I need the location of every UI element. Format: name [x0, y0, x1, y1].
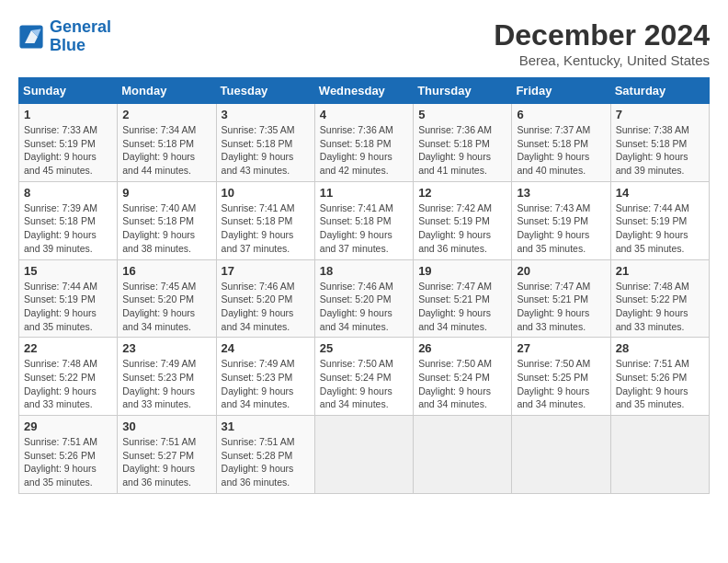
header-day-tuesday: Tuesday	[216, 78, 314, 104]
day-info: Sunrise: 7:51 AMSunset: 5:27 PMDaylight:…	[122, 435, 210, 489]
day-info: Sunrise: 7:40 AMSunset: 5:18 PMDaylight:…	[122, 201, 210, 256]
day-number: 21	[616, 264, 704, 278]
day-number: 3	[222, 108, 310, 121]
day-cell: 18Sunrise: 7:46 AMSunset: 5:20 PMDayligh…	[314, 259, 413, 338]
calendar: SundayMondayTuesdayWednesdayThursdayFrid…	[18, 77, 710, 494]
day-cell: 8Sunrise: 7:39 AMSunset: 5:18 PMDaylight…	[19, 181, 118, 259]
day-number: 1	[24, 108, 112, 121]
day-number: 13	[517, 186, 605, 200]
day-info: Sunrise: 7:46 AMSunset: 5:20 PMDaylight:…	[222, 280, 310, 334]
day-cell: 25Sunrise: 7:50 AMSunset: 5:24 PMDayligh…	[314, 338, 413, 416]
calendar-body: 1Sunrise: 7:33 AMSunset: 5:19 PMDaylight…	[19, 104, 710, 494]
day-info: Sunrise: 7:51 AMSunset: 5:26 PMDaylight:…	[616, 357, 704, 411]
day-cell: 9Sunrise: 7:40 AMSunset: 5:18 PMDaylight…	[118, 181, 216, 259]
day-info: Sunrise: 7:49 AMSunset: 5:23 PMDaylight:…	[222, 357, 310, 411]
day-cell: 5Sunrise: 7:36 AMSunset: 5:18 PMDaylight…	[414, 104, 512, 182]
day-number: 8	[24, 186, 112, 200]
day-number: 9	[122, 186, 210, 200]
day-number: 5	[418, 108, 506, 121]
day-info: Sunrise: 7:33 AMSunset: 5:19 PMDaylight:…	[24, 123, 112, 178]
day-number: 17	[222, 264, 310, 278]
day-cell: 16Sunrise: 7:45 AMSunset: 5:20 PMDayligh…	[118, 259, 216, 338]
day-cell: 7Sunrise: 7:38 AMSunset: 5:18 PMDaylight…	[610, 104, 709, 182]
day-cell: 30Sunrise: 7:51 AMSunset: 5:27 PMDayligh…	[118, 416, 216, 494]
day-number: 4	[320, 108, 408, 121]
day-info: Sunrise: 7:51 AMSunset: 5:28 PMDaylight:…	[222, 435, 310, 489]
day-info: Sunrise: 7:46 AMSunset: 5:20 PMDaylight:…	[320, 280, 408, 334]
day-number: 6	[517, 108, 605, 121]
header-row: SundayMondayTuesdayWednesdayThursdayFrid…	[19, 78, 710, 104]
day-cell: 19Sunrise: 7:47 AMSunset: 5:21 PMDayligh…	[414, 259, 512, 338]
day-number: 27	[517, 341, 605, 355]
day-cell	[512, 416, 610, 494]
day-number: 30	[122, 419, 210, 433]
day-number: 20	[517, 264, 605, 278]
day-number: 26	[418, 341, 506, 355]
day-cell: 24Sunrise: 7:49 AMSunset: 5:23 PMDayligh…	[216, 338, 314, 416]
day-cell: 11Sunrise: 7:41 AMSunset: 5:18 PMDayligh…	[314, 181, 413, 259]
day-info: Sunrise: 7:50 AMSunset: 5:24 PMDaylight:…	[418, 357, 506, 411]
day-info: Sunrise: 7:48 AMSunset: 5:22 PMDaylight:…	[24, 357, 112, 411]
day-cell: 4Sunrise: 7:36 AMSunset: 5:18 PMDaylight…	[314, 104, 413, 182]
main-title: December 2024	[494, 18, 710, 52]
day-info: Sunrise: 7:42 AMSunset: 5:19 PMDaylight:…	[418, 201, 506, 256]
day-info: Sunrise: 7:34 AMSunset: 5:18 PMDaylight:…	[122, 123, 210, 178]
day-info: Sunrise: 7:49 AMSunset: 5:23 PMDaylight:…	[122, 357, 210, 411]
day-cell: 14Sunrise: 7:44 AMSunset: 5:19 PMDayligh…	[610, 181, 709, 259]
day-info: Sunrise: 7:45 AMSunset: 5:20 PMDaylight:…	[122, 280, 210, 334]
day-number: 24	[222, 341, 310, 355]
day-info: Sunrise: 7:50 AMSunset: 5:24 PMDaylight:…	[320, 357, 408, 411]
logo-text: General Blue	[50, 18, 111, 55]
week-row-1: 1Sunrise: 7:33 AMSunset: 5:19 PMDaylight…	[19, 104, 710, 182]
calendar-header: SundayMondayTuesdayWednesdayThursdayFrid…	[19, 78, 710, 104]
day-info: Sunrise: 7:41 AMSunset: 5:18 PMDaylight:…	[320, 201, 408, 256]
logo-line2: Blue	[50, 36, 85, 54]
day-cell: 23Sunrise: 7:49 AMSunset: 5:23 PMDayligh…	[118, 338, 216, 416]
day-info: Sunrise: 7:37 AMSunset: 5:18 PMDaylight:…	[517, 123, 605, 178]
day-cell	[314, 416, 413, 494]
week-row-4: 22Sunrise: 7:48 AMSunset: 5:22 PMDayligh…	[19, 338, 710, 416]
day-number: 16	[122, 264, 210, 278]
day-info: Sunrise: 7:36 AMSunset: 5:18 PMDaylight:…	[320, 123, 408, 178]
day-info: Sunrise: 7:41 AMSunset: 5:18 PMDaylight:…	[222, 201, 310, 256]
day-number: 10	[222, 186, 310, 200]
day-info: Sunrise: 7:51 AMSunset: 5:26 PMDaylight:…	[24, 435, 112, 489]
day-number: 7	[616, 108, 704, 121]
day-number: 14	[616, 186, 704, 200]
day-info: Sunrise: 7:35 AMSunset: 5:18 PMDaylight:…	[222, 123, 310, 178]
day-info: Sunrise: 7:50 AMSunset: 5:25 PMDaylight:…	[517, 357, 605, 411]
header-day-friday: Friday	[512, 78, 610, 104]
day-cell: 20Sunrise: 7:47 AMSunset: 5:21 PMDayligh…	[512, 259, 610, 338]
week-row-2: 8Sunrise: 7:39 AMSunset: 5:18 PMDaylight…	[19, 181, 710, 259]
day-cell: 1Sunrise: 7:33 AMSunset: 5:19 PMDaylight…	[19, 104, 118, 182]
day-cell: 6Sunrise: 7:37 AMSunset: 5:18 PMDaylight…	[512, 104, 610, 182]
day-info: Sunrise: 7:44 AMSunset: 5:19 PMDaylight:…	[24, 280, 112, 334]
header-day-wednesday: Wednesday	[314, 78, 413, 104]
day-number: 2	[122, 108, 210, 121]
subtitle: Berea, Kentucky, United States	[494, 52, 710, 68]
week-row-5: 29Sunrise: 7:51 AMSunset: 5:26 PMDayligh…	[19, 416, 710, 494]
day-number: 19	[418, 264, 506, 278]
day-cell: 31Sunrise: 7:51 AMSunset: 5:28 PMDayligh…	[216, 416, 314, 494]
header-day-monday: Monday	[118, 78, 216, 104]
day-number: 11	[320, 186, 408, 200]
day-cell: 15Sunrise: 7:44 AMSunset: 5:19 PMDayligh…	[19, 259, 118, 338]
day-info: Sunrise: 7:48 AMSunset: 5:22 PMDaylight:…	[616, 280, 704, 334]
day-info: Sunrise: 7:39 AMSunset: 5:18 PMDaylight:…	[24, 201, 112, 256]
day-number: 28	[616, 341, 704, 355]
day-cell: 27Sunrise: 7:50 AMSunset: 5:25 PMDayligh…	[512, 338, 610, 416]
day-cell: 10Sunrise: 7:41 AMSunset: 5:18 PMDayligh…	[216, 181, 314, 259]
day-number: 31	[222, 419, 310, 433]
header-day-thursday: Thursday	[414, 78, 512, 104]
day-cell: 17Sunrise: 7:46 AMSunset: 5:20 PMDayligh…	[216, 259, 314, 338]
logo-line1: General	[50, 17, 111, 36]
header-day-saturday: Saturday	[610, 78, 709, 104]
logo: General Blue	[18, 18, 111, 55]
day-number: 29	[24, 419, 112, 433]
day-number: 12	[418, 186, 506, 200]
day-number: 23	[122, 341, 210, 355]
day-number: 18	[320, 264, 408, 278]
day-info: Sunrise: 7:44 AMSunset: 5:19 PMDaylight:…	[616, 201, 704, 256]
day-number: 15	[24, 264, 112, 278]
day-info: Sunrise: 7:43 AMSunset: 5:19 PMDaylight:…	[517, 201, 605, 256]
